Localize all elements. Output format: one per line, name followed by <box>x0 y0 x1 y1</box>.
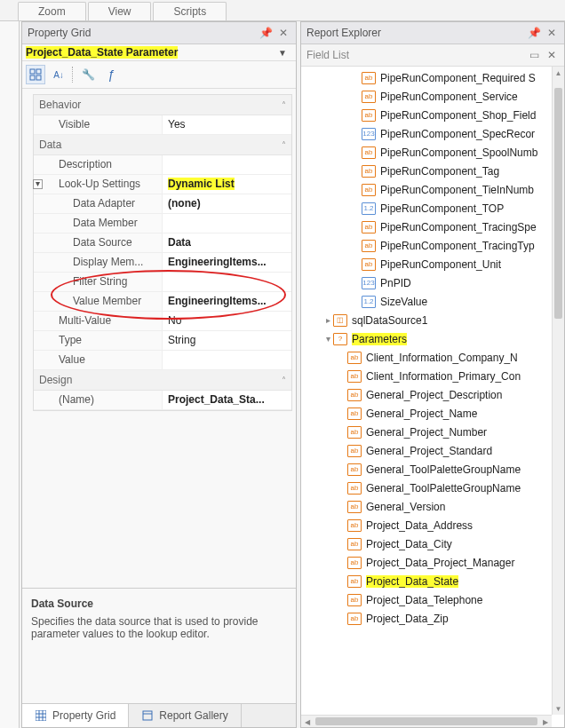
description-value[interactable] <box>163 155 291 174</box>
row-data-adapter[interactable]: Data Adapter (none) <box>34 194 291 214</box>
row-name[interactable]: (Name) Project_Data_Sta... <box>34 391 291 410</box>
tree-item[interactable]: abClient_Information_Company_N <box>301 348 552 367</box>
tree-item[interactable]: abPipeRunComponent_Unit <box>301 255 552 273</box>
row-multi-value[interactable]: Multi-Value No <box>34 312 291 331</box>
tree-item[interactable]: abProject_Data_State <box>301 572 552 590</box>
tab-property-grid[interactable]: Property Grid <box>22 704 129 727</box>
tree-item[interactable]: abGeneral_Project_Standard <box>301 441 552 460</box>
svg-rect-3 <box>36 75 41 80</box>
tree-item-label: Parameters <box>352 333 407 345</box>
scroll-left-icon[interactable]: ◀ <box>301 716 314 727</box>
chevron-up-icon: ˄ <box>282 100 286 110</box>
row-filter-string[interactable]: Filter String <box>34 273 291 292</box>
row-lookup-settings[interactable]: ▾ Look-Up Settings Dynamic List <box>34 175 291 194</box>
value-member-value[interactable]: EngineeringItems... <box>163 292 291 311</box>
horizontal-scrollbar[interactable]: ◀ ▶ <box>301 715 552 727</box>
tree-item-label: Client_Information_Primary_Con <box>366 370 521 383</box>
tree-item[interactable]: abPipeRunComponent_TracingSpe <box>301 218 552 236</box>
visible-value[interactable]: Yes <box>163 115 291 134</box>
value-value[interactable] <box>163 351 291 369</box>
tab-report-gallery[interactable]: Report Gallery <box>129 704 241 727</box>
tree-item[interactable]: abPipeRunComponent_Shop_Field <box>301 106 552 124</box>
chevron-up-icon: ˄ <box>282 140 286 150</box>
row-type[interactable]: Type String <box>34 331 291 351</box>
chevron-down-icon: ▼ <box>278 48 292 58</box>
tree-item[interactable]: abProject_Data_Project_Manager <box>301 553 552 572</box>
tree-toggle-icon[interactable]: ▾ <box>322 334 333 344</box>
tree-item[interactable]: abGeneral_Project_Number <box>301 423 552 441</box>
tree-item[interactable]: abPipeRunComponent_Service <box>301 87 552 106</box>
string-field-icon: ab <box>362 240 376 252</box>
tree-item[interactable]: 1.2SizeValue <box>301 292 552 311</box>
row-data-member[interactable]: Data Member <box>34 214 291 233</box>
tree-item[interactable]: 123PnPID <box>301 273 552 292</box>
tree-item[interactable]: abProject_Data_Address <box>301 516 552 534</box>
display-member-value[interactable]: EngineeringItems... <box>163 253 291 272</box>
row-data-source[interactable]: Data Source Data <box>34 233 291 253</box>
tree-item[interactable]: abGeneral_Project_Description <box>301 385 552 404</box>
string-field-icon: ab <box>347 426 362 439</box>
tree-item[interactable]: abPipeRunComponent_TieInNumb <box>301 180 552 199</box>
tree-item[interactable]: abGeneral_Version <box>301 497 552 516</box>
tree-item[interactable]: abPipeRunComponent_Tag <box>301 162 552 180</box>
row-display-member[interactable]: Display Mem... EngineeringItems... <box>34 253 291 273</box>
sort-button[interactable]: A↓ <box>49 65 68 84</box>
tree-item[interactable]: abClient_Information_Primary_Con <box>301 367 552 385</box>
tree-item[interactable]: abProject_Data_Telephone <box>301 590 552 609</box>
tree-item[interactable]: abPipeRunComponent_Required S <box>301 68 552 87</box>
filter-string-value[interactable] <box>163 273 291 291</box>
tree-item[interactable]: abGeneral_ToolPaletteGroupName <box>301 460 552 479</box>
tree-item[interactable]: 1.2PipeRunComponent_TOP <box>301 199 552 218</box>
tree-item-label: Project_Data_City <box>366 538 452 550</box>
tree-toggle-icon[interactable]: ▸ <box>322 315 333 325</box>
scroll-down-icon[interactable]: ▼ <box>553 702 564 715</box>
scroll-right-icon[interactable]: ▶ <box>539 716 552 727</box>
scroll-up-icon[interactable]: ▲ <box>553 67 564 79</box>
tree-item[interactable]: 123PipeRunComponent_SpecRecor <box>301 124 552 143</box>
data-source-label: Data Source <box>34 233 163 252</box>
multi-value-value[interactable]: No <box>163 312 291 330</box>
row-value[interactable]: Value <box>34 351 291 370</box>
row-value-member[interactable]: Value Member EngineeringItems... <box>34 292 291 312</box>
close-icon[interactable]: ✕ <box>545 48 559 62</box>
expression-button[interactable]: ƒ <box>101 65 121 84</box>
lookup-value[interactable]: Dynamic List <box>163 175 291 194</box>
maximize-icon[interactable]: ▭ <box>527 48 541 62</box>
tree-item[interactable]: abPipeRunComponent_TracingTyp <box>301 236 552 255</box>
close-icon[interactable]: ✕ <box>276 26 290 40</box>
tree-item[interactable]: abGeneral_Project_Name <box>301 404 552 423</box>
row-visible[interactable]: Visible Yes <box>34 115 291 135</box>
string-field-icon: ab <box>362 184 376 196</box>
tree-item[interactable]: abProject_Data_Zip <box>301 609 552 628</box>
category-design[interactable]: Design ˄ <box>34 370 291 391</box>
tab-view[interactable]: View <box>88 2 152 20</box>
svg-rect-9 <box>143 711 152 720</box>
tree-item[interactable]: abProject_Data_City <box>301 534 552 553</box>
tree-item[interactable]: abGeneral_ToolPaletteGroupName <box>301 479 552 497</box>
tab-zoom[interactable]: Zoom <box>18 2 86 20</box>
tree-item[interactable]: abPipeRunComponent_SpoolNumb <box>301 143 552 162</box>
vertical-scrollbar[interactable]: ▲ ▼ <box>552 67 564 715</box>
subject-dropdown[interactable]: Project_Data_State Parameter ▼ <box>22 44 296 61</box>
categorize-button[interactable] <box>26 65 45 84</box>
data-member-value[interactable] <box>163 214 291 233</box>
tree-item-label: PipeRunComponent_TOP <box>380 202 504 215</box>
name-value[interactable]: Project_Data_Sta... <box>163 391 291 409</box>
close-icon[interactable]: ✕ <box>545 26 559 40</box>
tree-item[interactable]: ▸◫sqlDataSource1 <box>301 311 552 329</box>
category-behavior[interactable]: Behavior ˄ <box>34 95 291 115</box>
type-value[interactable]: String <box>163 331 291 350</box>
category-data[interactable]: Data ˄ <box>34 135 291 155</box>
tab-scripts[interactable]: Scripts <box>153 2 227 20</box>
scroll-thumb[interactable] <box>554 88 562 319</box>
pin-icon[interactable]: 📌 <box>259 26 273 40</box>
expand-toggle[interactable]: ▾ <box>33 179 43 189</box>
data-adapter-value[interactable]: (none) <box>163 194 291 213</box>
hscroll-thumb[interactable] <box>315 717 537 725</box>
row-description[interactable]: Description <box>34 155 291 175</box>
data-source-value[interactable]: Data <box>163 233 291 252</box>
pin-icon[interactable]: 📌 <box>527 26 541 40</box>
float-field-icon: 1.2 <box>362 202 376 215</box>
wrench-button[interactable]: 🔧 <box>78 65 98 84</box>
tree-item[interactable]: ▾?Parameters <box>301 329 552 348</box>
